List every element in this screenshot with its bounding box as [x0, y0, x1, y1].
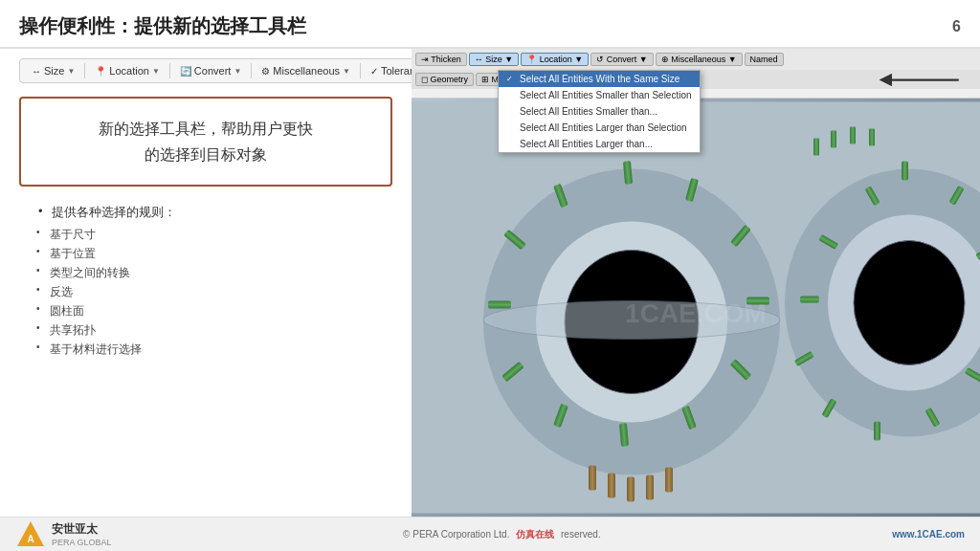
right-panel: ⇥ Thicken ↔ Size ▼ 📍 Location ▼ ↺ Conver…	[412, 49, 980, 517]
convert-label: Convert	[194, 65, 232, 77]
svg-rect-41	[850, 127, 856, 144]
slide-body: ↔ Size ▼ 📍 Location ▼ 🔄 Convert ▼	[0, 49, 980, 517]
software-ui-overlay: ⇥ Thicken ↔ Size ▼ 📍 Location ▼ ↺ Conver…	[412, 49, 980, 99]
dropdown-item-2[interactable]: Select All Entities Smaller than Selecti…	[499, 87, 700, 103]
bullet-section: 提供各种选择的规则： 基于尺寸 基于位置 类型之间的转换 反选 圆柱面 共享拓扑…	[19, 200, 392, 361]
toolbar-misc[interactable]: ⚙ Miscellaneous ▼	[257, 63, 354, 78]
dropdown-item-label-2: Select All Entities Smaller than Selecti…	[520, 90, 692, 100]
separator1	[84, 63, 85, 78]
dropdown-item-label-4: Select All Entities Larger than Selectio…	[520, 122, 687, 133]
separator3	[251, 63, 252, 78]
logo-name: 安世亚太	[52, 521, 112, 538]
slide-title: 操作便利性：提供新的选择工具栏	[19, 13, 306, 39]
svg-rect-28	[874, 422, 880, 441]
footer-rights: reserved.	[561, 529, 601, 540]
separator2	[169, 63, 170, 78]
slide-footer: A 安世亚太 PERA GLOBAL © PERA Corporation Lt…	[0, 517, 980, 551]
location-dropdown-arrow: ▼	[152, 67, 160, 76]
bullet-item-7: 基于材料进行选择	[36, 342, 392, 358]
size-dropdown-arrow: ▼	[67, 67, 75, 76]
svg-rect-38	[665, 468, 673, 493]
svg-text:1CAE.COM: 1CAE.COM	[625, 298, 767, 328]
dropdown-item-label-5: Select All Entities Larger than...	[520, 139, 653, 149]
bullet-item-2: 基于位置	[36, 246, 392, 262]
slide-container: 操作便利性：提供新的选择工具栏 6 ↔ Size ▼ 📍 Location ▼	[0, 0, 980, 551]
sw-btn-location[interactable]: 📍 Location ▼	[521, 53, 589, 66]
svg-text:A: A	[27, 534, 33, 544]
sub-bullet-list: 基于尺寸 基于位置 类型之间的转换 反选 圆柱面 共享拓扑 基于材料进行选择	[23, 227, 392, 358]
arrow-annotation	[875, 68, 961, 92]
dropdown-item-5[interactable]: Select All Entities Larger than...	[499, 136, 700, 152]
dropdown-item-1[interactable]: ✓ Select All Entities With the Same Size	[499, 71, 700, 87]
toolbar-size[interactable]: ↔ Size ▼	[28, 63, 78, 78]
misc-dropdown-arrow: ▼	[343, 67, 350, 76]
scene-svg: 1CAE.COM	[412, 99, 980, 517]
check-icon: ✓	[506, 75, 516, 83]
highlight-box: 新的选择工具栏，帮助用户更快 的选择到目标对象	[19, 97, 392, 187]
svg-rect-36	[627, 477, 635, 502]
svg-rect-35	[608, 474, 615, 498]
dropdown-item-label-3: Select All Entities Smaller than...	[520, 106, 657, 117]
sw-btn-convert[interactable]: ↺ Convert ▼	[590, 53, 653, 66]
svg-rect-31	[800, 297, 819, 303]
footer-logo: A 安世亚太 PERA GLOBAL	[15, 519, 112, 550]
tolerances-icon: ✓	[370, 66, 378, 77]
dropdown-item-label-1: Select All Entities With the Same Size	[520, 74, 679, 84]
left-panel: ↔ Size ▼ 📍 Location ▼ 🔄 Convert ▼	[0, 49, 412, 517]
svg-rect-40	[831, 131, 836, 148]
convert-icon: 🔄	[180, 66, 191, 77]
misc-icon: ⚙	[261, 66, 270, 77]
convert-dropdown-arrow: ▼	[234, 67, 241, 76]
highlight-text-line2: 的选择到目标对象	[36, 142, 375, 167]
misc-label: Miscellaneous	[273, 65, 340, 77]
footer-website: www.1CAE.com	[892, 529, 965, 540]
selection-toolbar[interactable]: ↔ Size ▼ 📍 Location ▼ 🔄 Convert ▼	[19, 58, 444, 83]
location-label: Location	[109, 65, 149, 77]
bullet-item-6: 共享拓扑	[36, 322, 392, 339]
logo-subtitle: PERA GLOBAL	[52, 538, 112, 547]
bullet-item-4: 反选	[36, 284, 392, 300]
logo-icon: A	[15, 519, 46, 550]
highlight-text-line1: 新的选择工具栏，帮助用户更快	[36, 116, 375, 142]
bullet-item-5: 圆柱面	[36, 303, 392, 320]
slide-header: 操作便利性：提供新的选择工具栏 6	[0, 0, 980, 49]
sw-btn-misc[interactable]: ⊕ Miscellaneous ▼	[656, 53, 743, 66]
svg-point-21	[854, 241, 965, 365]
dropdown-popup: ✓ Select All Entities With the Same Size…	[498, 70, 701, 153]
bullet-item-3: 类型之间的转换	[36, 265, 392, 281]
dropdown-item-3[interactable]: Select All Entities Smaller than...	[499, 103, 700, 120]
toolbar-location[interactable]: 📍 Location ▼	[91, 63, 164, 78]
slide-number: 6	[952, 18, 961, 35]
size-icon: ↔	[32, 66, 41, 77]
svg-rect-34	[589, 466, 596, 491]
toolbar-convert[interactable]: 🔄 Convert ▼	[176, 63, 245, 78]
svg-rect-37	[646, 475, 654, 500]
size-label: Size	[44, 65, 64, 77]
svg-rect-16	[488, 301, 511, 309]
location-icon: 📍	[95, 66, 106, 77]
bullet-main-text: 提供各种选择的规则：	[23, 204, 392, 221]
separator4	[360, 63, 361, 78]
bullet-main-item: 提供各种选择的规则：	[38, 204, 392, 221]
svg-rect-22	[902, 162, 908, 181]
footer-copyright: © PERA Corporation Ltd. 仿真在线 reserved.	[403, 528, 601, 541]
software-toolbar-top: ⇥ Thicken ↔ Size ▼ 📍 Location ▼ ↺ Conver…	[412, 49, 980, 70]
sw-btn-size[interactable]: ↔ Size ▼	[469, 53, 519, 66]
sw-btn-named[interactable]: Named	[745, 53, 784, 66]
sw-btn-geometry[interactable]: ◻ Geometry	[415, 73, 474, 86]
svg-rect-39	[813, 139, 819, 156]
sw-btn-thicken[interactable]: ⇥ Thicken	[415, 53, 467, 66]
svg-rect-42	[869, 129, 875, 146]
dropdown-item-4[interactable]: Select All Entities Larger than Selectio…	[499, 120, 700, 136]
mechanical-scene: 1CAE.COM	[412, 99, 980, 517]
bullet-item-1: 基于尺寸	[36, 227, 392, 243]
footer-tagline: 仿真在线	[516, 529, 554, 540]
